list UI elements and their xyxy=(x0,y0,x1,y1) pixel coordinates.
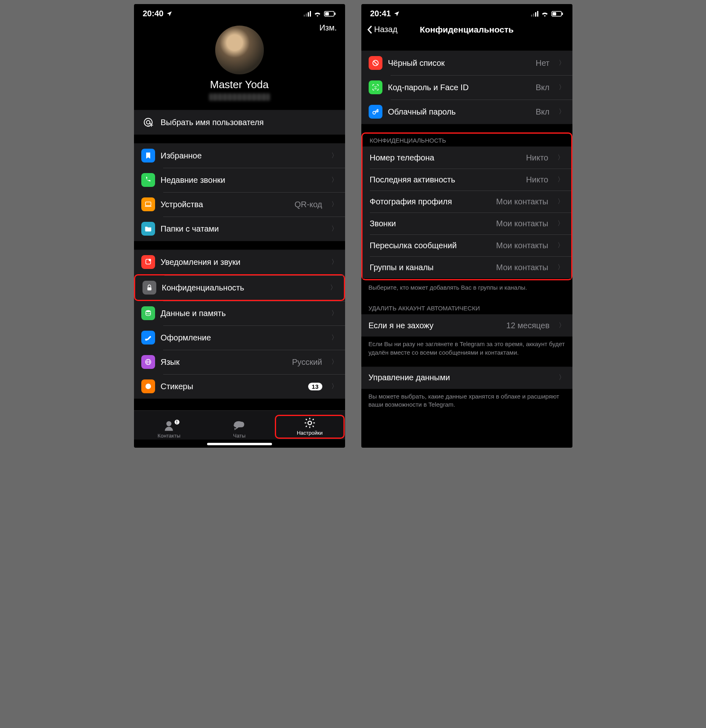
nav-header: Назад Конфиденциальность xyxy=(361,21,572,40)
row-value: QR-код xyxy=(295,200,322,209)
svg-point-30 xyxy=(373,111,376,114)
row-calls[interactable]: Звонки Мои контакты〉 xyxy=(363,212,571,234)
row-label: Группы и каналы xyxy=(370,263,491,272)
svg-rect-24 xyxy=(562,13,563,15)
svg-point-21 xyxy=(308,421,311,425)
chevron-right-icon: 〉 xyxy=(557,219,564,228)
back-button[interactable]: Назад xyxy=(367,25,397,34)
row-favorites[interactable]: Избранное 〉 xyxy=(134,143,345,168)
tab-settings[interactable]: Настройки xyxy=(275,415,345,439)
chevron-right-icon: 〉 xyxy=(331,176,338,184)
row-autodelete[interactable]: Если я не захожу 12 месяцев 〉 xyxy=(361,314,572,336)
brush-icon xyxy=(141,331,155,344)
row-folders[interactable]: Папки с чатами 〉 xyxy=(134,217,345,241)
section-data-management: Управление данными 〉 xyxy=(361,366,572,389)
chevron-right-icon: 〉 xyxy=(557,241,564,250)
location-icon xyxy=(166,11,173,17)
svg-point-20 xyxy=(234,421,244,427)
back-label: Назад xyxy=(374,25,397,34)
battery-icon xyxy=(324,11,336,17)
section-security: Чёрный список Нет〉 Код-пароль и Face ID … xyxy=(361,50,572,124)
chevron-right-icon: 〉 xyxy=(331,309,338,318)
section-footer: Вы можете выбрать, какие данные хранятся… xyxy=(361,389,572,415)
settings-screen: 20:40 Изм. Master Yoda Выбрать имя польз… xyxy=(134,4,345,448)
signal-icon xyxy=(304,11,311,17)
row-label: Устройства xyxy=(161,200,289,209)
row-phone[interactable]: Номер телефона Никто〉 xyxy=(363,147,571,169)
section-privacy: Номер телефона Никто〉 Последняя активнос… xyxy=(363,146,571,279)
row-recent-calls[interactable]: Недавние звонки 〉 xyxy=(134,168,345,192)
bookmark-icon xyxy=(141,149,155,162)
row-label: Пересылка сообщений xyxy=(370,241,491,250)
tab-label: Чаты xyxy=(233,433,246,439)
lock-icon xyxy=(142,281,156,295)
svg-point-19 xyxy=(166,421,172,427)
avatar[interactable] xyxy=(215,26,264,74)
tab-label: Контакты xyxy=(158,433,180,439)
chevron-right-icon: 〉 xyxy=(557,176,564,184)
row-value: Никто xyxy=(526,175,548,184)
chevron-right-icon: 〉 xyxy=(331,258,338,266)
section-autodelete: Если я не захожу 12 месяцев 〉 xyxy=(361,314,572,337)
row-label: Язык xyxy=(161,358,287,367)
svg-rect-13 xyxy=(147,287,151,290)
row-label: Фотография профиля xyxy=(370,197,491,206)
row-label: Папки с чатами xyxy=(161,224,322,234)
row-label: Номер телефона xyxy=(370,153,520,162)
row-appearance[interactable]: Оформление 〉 xyxy=(134,325,345,350)
row-value: Мои контакты xyxy=(496,263,548,272)
row-photo[interactable]: Фотография профиля Мои контакты〉 xyxy=(363,191,571,212)
chevron-right-icon: 〉 xyxy=(557,197,564,206)
signal-icon xyxy=(531,11,538,17)
row-label: Выбрать имя пользователя xyxy=(161,118,338,127)
row-language[interactable]: Язык Русский〉 xyxy=(134,350,345,374)
slash-icon xyxy=(369,56,382,70)
stack-icon xyxy=(141,306,155,320)
username-section: Выбрать имя пользователя xyxy=(134,110,345,135)
row-lastseen[interactable]: Последняя активность Никто〉 xyxy=(363,169,571,191)
badge: 13 xyxy=(308,383,322,390)
row-value: Вкл xyxy=(536,107,550,117)
location-icon xyxy=(393,11,400,17)
row-set-username[interactable]: Выбрать имя пользователя xyxy=(134,110,345,134)
row-label: Последняя активность xyxy=(370,175,520,184)
tab-contacts[interactable]: Контакты xyxy=(134,420,204,439)
row-devices[interactable]: Устройства QR-код〉 xyxy=(134,192,345,217)
chevron-right-icon: 〉 xyxy=(557,263,564,272)
chevron-right-icon: 〉 xyxy=(559,373,565,382)
row-label: Избранное xyxy=(161,151,322,160)
row-groups[interactable]: Группы и каналы Мои контакты〉 xyxy=(363,256,571,278)
row-blacklist[interactable]: Чёрный список Нет〉 xyxy=(361,51,572,75)
section-footer: Выберите, кто может добавлять Вас в груп… xyxy=(361,280,572,297)
chevron-right-icon: 〉 xyxy=(557,154,564,162)
pacman-icon xyxy=(141,379,155,393)
row-data[interactable]: Данные и память 〉 xyxy=(134,301,345,325)
row-privacy[interactable]: Конфиденциальность 〉 xyxy=(134,274,345,301)
wifi-icon xyxy=(541,11,549,17)
svg-point-28 xyxy=(376,87,377,87)
svg-point-27 xyxy=(374,87,375,87)
row-cloudpw[interactable]: Облачный пароль Вкл〉 xyxy=(361,100,572,124)
phone-icon xyxy=(141,173,155,187)
status-time: 20:40 xyxy=(143,9,164,18)
chevron-right-icon: 〉 xyxy=(331,152,338,160)
profile-phone-blurred xyxy=(209,93,270,101)
svg-rect-23 xyxy=(553,12,556,15)
row-label: Стикеры xyxy=(161,382,302,391)
chevron-left-icon xyxy=(367,25,373,34)
row-stickers[interactable]: Стикеры 13〉 xyxy=(134,374,345,399)
battery-icon xyxy=(551,11,564,17)
row-label: Оформление xyxy=(161,333,322,342)
row-notifications[interactable]: Уведомления и звуки 〉 xyxy=(134,250,345,274)
row-data-management[interactable]: Управление данными 〉 xyxy=(361,367,572,389)
row-label: Конфиденциальность xyxy=(162,283,321,292)
chevron-right-icon: 〉 xyxy=(330,284,337,292)
svg-rect-9 xyxy=(145,202,151,206)
edit-button[interactable]: Изм. xyxy=(320,23,337,32)
svg-rect-1 xyxy=(325,12,329,15)
row-forwarding[interactable]: Пересылка сообщений Мои контакты〉 xyxy=(363,234,571,256)
status-bar: 20:40 xyxy=(134,4,345,21)
tab-chats[interactable]: Чаты xyxy=(205,420,274,439)
row-passcode[interactable]: Код-пароль и Face ID Вкл〉 xyxy=(361,75,572,100)
row-value: Мои контакты xyxy=(496,241,548,250)
